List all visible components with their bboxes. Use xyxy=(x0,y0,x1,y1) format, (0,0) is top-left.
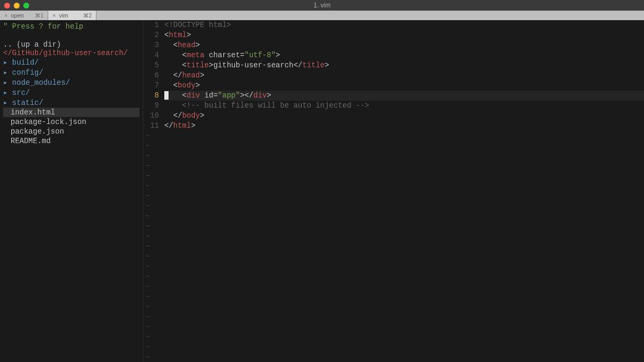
empty-line-marker: ~ xyxy=(143,232,159,242)
empty-line-marker: ~ xyxy=(143,222,159,232)
empty-line-marker: ~ xyxy=(143,292,159,302)
empty-line-marker: ~ xyxy=(143,262,159,272)
line-number-gutter: 1234567891011~~~~~~~~~~~~~~~~~~~~~~~ xyxy=(143,20,164,362)
empty-line-marker: ~ xyxy=(143,171,159,181)
tab-open[interactable]: ×open⌘1 xyxy=(0,11,48,20)
empty-line-marker: ~ xyxy=(143,211,159,222)
empty-line-marker: ~ xyxy=(143,342,159,352)
empty-line-marker: ~ xyxy=(143,191,159,201)
maximize-button[interactable] xyxy=(23,3,29,8)
empty-line-marker: ~ xyxy=(143,302,159,312)
empty-line-marker: ~ xyxy=(143,242,159,252)
code-editor[interactable]: 1234567891011~~~~~~~~~~~~~~~~~~~~~~~ <!D… xyxy=(143,20,644,362)
code-line[interactable]: </head> xyxy=(164,70,644,81)
empty-line-marker: ~ xyxy=(143,352,159,362)
file-list: build/config/node_modules/src/static/ind… xyxy=(3,57,139,146)
line-number: 4 xyxy=(143,50,159,60)
file-item[interactable]: static/ xyxy=(3,98,139,108)
line-number: 7 xyxy=(143,81,159,91)
code-line[interactable]: <meta charset="utf-8"> xyxy=(164,50,644,60)
window-title: 1. vim xyxy=(313,2,330,9)
code-line[interactable]: </body> xyxy=(164,111,644,121)
file-item[interactable]: package.json xyxy=(3,127,139,136)
editor-area: " Press ? for help .. (up a dir) </GitHu… xyxy=(0,20,644,362)
tab-shortcut: ⌘2 xyxy=(83,13,92,19)
line-number: 6 xyxy=(143,70,159,81)
empty-line-marker: ~ xyxy=(143,141,159,151)
file-tree-sidebar: " Press ? for help .. (up a dir) </GitHu… xyxy=(0,20,143,362)
line-number: 11 xyxy=(143,121,159,131)
code-line[interactable]: <!DOCTYPE html> xyxy=(164,20,644,30)
tab-label: vim xyxy=(59,12,80,19)
empty-line-marker: ~ xyxy=(143,201,159,211)
tab-shortcut: ⌘1 xyxy=(35,13,43,19)
empty-line-marker: ~ xyxy=(143,272,159,282)
file-item[interactable]: package-lock.json xyxy=(3,117,139,127)
help-text: " Press ? for help xyxy=(3,22,139,31)
traffic-lights xyxy=(4,3,29,8)
parent-dir[interactable]: .. (up a dir) xyxy=(3,40,139,49)
code-line[interactable]: <title>github-user-search</title> xyxy=(164,60,644,70)
code-line[interactable]: </html> xyxy=(164,121,644,131)
line-number: 2 xyxy=(143,30,159,40)
code-area[interactable]: <!DOCTYPE html><html> <head> <meta chars… xyxy=(164,20,644,362)
line-number: 5 xyxy=(143,60,159,70)
close-icon[interactable]: × xyxy=(52,12,56,19)
file-item[interactable]: config/ xyxy=(3,67,139,77)
file-item[interactable]: README.md xyxy=(3,136,139,146)
empty-line-marker: ~ xyxy=(143,312,159,322)
empty-line-marker: ~ xyxy=(143,161,159,171)
file-item[interactable]: index.html xyxy=(3,108,139,117)
line-number: 3 xyxy=(143,40,159,50)
close-icon[interactable]: × xyxy=(4,12,7,19)
tab-vim[interactable]: ×vim⌘2 xyxy=(48,11,96,20)
line-number: 8 xyxy=(143,91,159,101)
current-path: </GitHub/github-user-search/ xyxy=(3,49,139,57)
line-number: 9 xyxy=(143,101,159,111)
cursor xyxy=(164,91,169,100)
empty-line-marker: ~ xyxy=(143,252,159,262)
empty-line-marker: ~ xyxy=(143,181,159,191)
close-button[interactable] xyxy=(4,3,10,8)
line-number: 1 xyxy=(143,20,159,30)
line-number: 10 xyxy=(143,111,159,121)
code-line[interactable]: <html> xyxy=(164,30,644,40)
tab-label: open xyxy=(11,12,32,19)
code-line[interactable]: <!-- built files will be auto injected -… xyxy=(164,101,644,111)
empty-line-marker: ~ xyxy=(143,131,159,141)
file-item[interactable]: build/ xyxy=(3,57,139,67)
empty-line-marker: ~ xyxy=(143,151,159,161)
code-line[interactable]: <body> xyxy=(164,81,644,91)
empty-line-marker: ~ xyxy=(143,332,159,342)
titlebar: 1. vim xyxy=(0,0,644,11)
tabbar: ×open⌘1×vim⌘2 xyxy=(0,11,644,20)
file-item[interactable]: node_modules/ xyxy=(3,77,139,87)
code-line[interactable]: <head> xyxy=(164,40,644,50)
minimize-button[interactable] xyxy=(14,3,20,8)
empty-line-marker: ~ xyxy=(143,322,159,332)
code-line[interactable]: <div id="app"></div> xyxy=(164,91,644,101)
empty-line-marker: ~ xyxy=(143,282,159,292)
file-item[interactable]: src/ xyxy=(3,87,139,98)
